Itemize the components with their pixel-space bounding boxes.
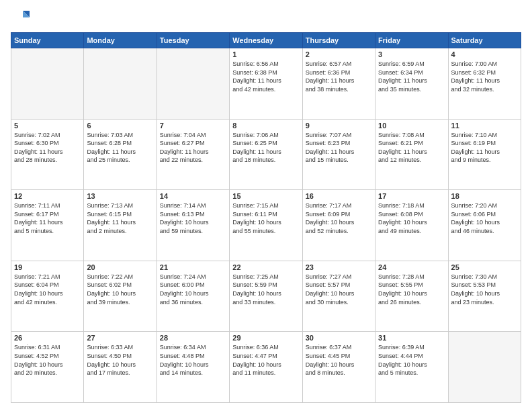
day-number: 22 [232,263,299,271]
calendar-cell: 2Sunrise: 6:57 AMSunset: 6:36 PMDaylight… [302,48,375,120]
cell-info: Sunrise: 7:22 AMSunset: 6:02 PMDaylight:… [87,273,153,306]
calendar-cell: 23Sunrise: 7:27 AMSunset: 5:57 PMDayligh… [302,261,375,332]
weekday-header-monday: Monday [84,33,157,48]
cell-info: Sunrise: 7:00 AMSunset: 6:32 PMDaylight:… [451,60,518,93]
calendar-week-1: 1Sunrise: 6:56 AMSunset: 6:38 PMDaylight… [11,48,521,120]
calendar-cell: 30Sunrise: 6:37 AMSunset: 4:45 PMDayligh… [302,332,375,403]
cell-info: Sunrise: 7:07 AMSunset: 6:23 PMDaylight:… [306,131,372,165]
page: SundayMondayTuesdayWednesdayThursdayFrid… [0,0,532,411]
day-number: 14 [160,192,226,200]
calendar-table: SundayMondayTuesdayWednesdayThursdayFrid… [11,32,521,403]
day-number: 8 [232,122,299,130]
logo [11,8,32,27]
cell-info: Sunrise: 7:14 AMSunset: 6:13 PMDaylight:… [160,201,226,235]
calendar-week-4: 19Sunrise: 7:21 AMSunset: 6:04 PMDayligh… [11,261,521,332]
day-number: 1 [232,50,299,58]
calendar-cell: 7Sunrise: 7:04 AMSunset: 6:27 PMDaylight… [157,119,229,190]
day-number: 26 [14,334,81,342]
calendar-cell: 1Sunrise: 6:56 AMSunset: 6:38 PMDaylight… [230,48,302,120]
cell-info: Sunrise: 6:57 AMSunset: 6:36 PMDaylight:… [306,60,372,93]
cell-info: Sunrise: 7:11 AMSunset: 6:17 PMDaylight:… [14,201,81,235]
cell-info: Sunrise: 7:04 AMSunset: 6:27 PMDaylight:… [160,131,226,165]
weekday-header-sunday: Sunday [11,33,84,48]
calendar-cell: 21Sunrise: 7:24 AMSunset: 6:00 PMDayligh… [157,261,229,332]
day-number: 20 [87,263,153,271]
cell-info: Sunrise: 6:59 AMSunset: 6:34 PMDaylight:… [378,60,445,93]
weekday-header-friday: Friday [375,33,448,48]
calendar-cell: 12Sunrise: 7:11 AMSunset: 6:17 PMDayligh… [11,190,84,261]
day-number: 25 [451,263,518,271]
day-number: 29 [232,334,299,342]
cell-info: Sunrise: 7:18 AMSunset: 6:08 PMDaylight:… [378,201,445,235]
day-number: 5 [14,122,81,130]
cell-info: Sunrise: 7:24 AMSunset: 6:00 PMDaylight:… [160,273,226,306]
cell-info: Sunrise: 7:17 AMSunset: 6:09 PMDaylight:… [306,201,372,235]
calendar-cell [11,48,84,120]
header [11,8,521,27]
cell-info: Sunrise: 7:30 AMSunset: 5:53 PMDaylight:… [451,273,518,306]
calendar-cell: 19Sunrise: 7:21 AMSunset: 6:04 PMDayligh… [11,261,84,332]
day-number: 11 [451,122,518,130]
cell-info: Sunrise: 7:28 AMSunset: 5:55 PMDaylight:… [378,273,445,306]
calendar-cell: 29Sunrise: 6:36 AMSunset: 4:47 PMDayligh… [230,332,302,403]
weekday-header-tuesday: Tuesday [157,33,229,48]
calendar-cell: 16Sunrise: 7:17 AMSunset: 6:09 PMDayligh… [302,190,375,261]
cell-info: Sunrise: 7:10 AMSunset: 6:19 PMDaylight:… [451,131,518,165]
calendar-cell: 3Sunrise: 6:59 AMSunset: 6:34 PMDaylight… [375,48,448,120]
day-number: 13 [87,192,153,200]
day-number: 19 [14,263,81,271]
day-number: 21 [160,263,226,271]
calendar-week-2: 5Sunrise: 7:02 AMSunset: 6:30 PMDaylight… [11,119,521,190]
day-number: 9 [306,122,372,130]
day-number: 18 [451,192,518,200]
cell-info: Sunrise: 6:33 AMSunset: 4:50 PMDaylight:… [87,343,153,377]
day-number: 16 [306,192,372,200]
cell-info: Sunrise: 7:06 AMSunset: 6:25 PMDaylight:… [232,131,299,165]
weekday-header-saturday: Saturday [448,33,521,48]
cell-info: Sunrise: 6:31 AMSunset: 4:52 PMDaylight:… [14,343,81,377]
day-number: 30 [306,334,372,342]
day-number: 31 [378,334,445,342]
cell-info: Sunrise: 7:13 AMSunset: 6:15 PMDaylight:… [87,201,153,235]
calendar-cell [157,48,229,120]
day-number: 7 [160,122,226,130]
day-number: 6 [87,122,153,130]
day-number: 2 [306,50,372,58]
calendar-cell: 15Sunrise: 7:15 AMSunset: 6:11 PMDayligh… [230,190,302,261]
cell-info: Sunrise: 7:08 AMSunset: 6:21 PMDaylight:… [378,131,445,165]
cell-info: Sunrise: 6:37 AMSunset: 4:45 PMDaylight:… [306,343,372,377]
calendar-cell: 27Sunrise: 6:33 AMSunset: 4:50 PMDayligh… [84,332,157,403]
calendar-cell: 5Sunrise: 7:02 AMSunset: 6:30 PMDaylight… [11,119,84,190]
cell-info: Sunrise: 6:36 AMSunset: 4:47 PMDaylight:… [232,343,299,377]
calendar-cell: 24Sunrise: 7:28 AMSunset: 5:55 PMDayligh… [375,261,448,332]
calendar-week-3: 12Sunrise: 7:11 AMSunset: 6:17 PMDayligh… [11,190,521,261]
logo-icon [11,8,30,27]
calendar-cell: 14Sunrise: 7:14 AMSunset: 6:13 PMDayligh… [157,190,229,261]
calendar-cell: 31Sunrise: 6:39 AMSunset: 4:44 PMDayligh… [375,332,448,403]
day-number: 17 [378,192,445,200]
weekday-header-thursday: Thursday [302,33,375,48]
calendar-cell: 10Sunrise: 7:08 AMSunset: 6:21 PMDayligh… [375,119,448,190]
weekday-header-row: SundayMondayTuesdayWednesdayThursdayFrid… [11,33,521,48]
calendar-cell: 20Sunrise: 7:22 AMSunset: 6:02 PMDayligh… [84,261,157,332]
day-number: 3 [378,50,445,58]
calendar-cell: 17Sunrise: 7:18 AMSunset: 6:08 PMDayligh… [375,190,448,261]
day-number: 28 [160,334,226,342]
day-number: 23 [306,263,372,271]
weekday-header-wednesday: Wednesday [230,33,302,48]
day-number: 4 [451,50,518,58]
cell-info: Sunrise: 7:25 AMSunset: 5:59 PMDaylight:… [232,273,299,306]
calendar-cell: 8Sunrise: 7:06 AMSunset: 6:25 PMDaylight… [230,119,302,190]
day-number: 24 [378,263,445,271]
cell-info: Sunrise: 7:15 AMSunset: 6:11 PMDaylight:… [232,201,299,235]
day-number: 10 [378,122,445,130]
day-number: 27 [87,334,153,342]
calendar-cell: 22Sunrise: 7:25 AMSunset: 5:59 PMDayligh… [230,261,302,332]
calendar-cell: 18Sunrise: 7:20 AMSunset: 6:06 PMDayligh… [448,190,521,261]
cell-info: Sunrise: 7:03 AMSunset: 6:28 PMDaylight:… [87,131,153,165]
calendar-cell: 26Sunrise: 6:31 AMSunset: 4:52 PMDayligh… [11,332,84,403]
calendar-cell: 4Sunrise: 7:00 AMSunset: 6:32 PMDaylight… [448,48,521,120]
cell-info: Sunrise: 6:34 AMSunset: 4:48 PMDaylight:… [160,343,226,377]
calendar-cell: 11Sunrise: 7:10 AMSunset: 6:19 PMDayligh… [448,119,521,190]
calendar-cell: 9Sunrise: 7:07 AMSunset: 6:23 PMDaylight… [302,119,375,190]
